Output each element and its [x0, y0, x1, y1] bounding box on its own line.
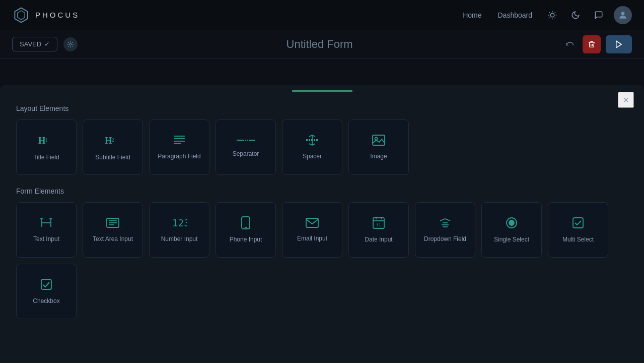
- sun-icon[interactable]: [544, 7, 560, 23]
- topnav: PHOCUS Home Dashboard: [0, 0, 644, 30]
- saved-label: SAVED: [20, 40, 41, 48]
- svg-marker-13: [616, 41, 622, 48]
- svg-text:31: 31: [376, 223, 381, 227]
- checkbox-label: Checkbox: [33, 297, 59, 306]
- drag-handle-bar: [16, 85, 628, 92]
- element-card-date-input[interactable]: 31 Date Input: [348, 202, 409, 258]
- main-panel: × Layout Elements H 1 Title Field H 2 Su…: [0, 85, 644, 363]
- svg-rect-42: [306, 218, 318, 227]
- svg-line-6: [555, 17, 555, 18]
- svg-line-9: [549, 17, 550, 18]
- element-card-number-input[interactable]: 123 Number Input: [149, 202, 209, 258]
- nav-home[interactable]: Home: [463, 11, 481, 19]
- element-card-text-area-input[interactable]: Text Area Input: [83, 202, 143, 258]
- drag-handle: [292, 90, 352, 92]
- image-icon: [372, 134, 386, 146]
- separator-label: Separator: [233, 150, 259, 158]
- phone-input-icon: [241, 216, 251, 229]
- single-select-label: Single Select: [494, 235, 529, 244]
- phone-input-label: Phone Input: [230, 235, 262, 244]
- svg-point-12: [69, 43, 71, 45]
- title-field-label: Title Field: [33, 153, 59, 162]
- svg-point-29: [375, 137, 378, 140]
- element-card-multi-select[interactable]: Multi Select: [548, 202, 608, 258]
- image-label: Image: [370, 152, 387, 161]
- preview-button[interactable]: [606, 35, 632, 53]
- svg-point-52: [509, 220, 514, 225]
- layout-elements-grid: H 1 Title Field H 2 Subtitle Field: [16, 119, 628, 175]
- element-card-single-select[interactable]: Single Select: [481, 202, 542, 258]
- element-card-spacer[interactable]: Spacer: [282, 119, 342, 175]
- nav-icons: [544, 6, 632, 24]
- form-title: Untitled Form: [84, 38, 555, 51]
- moon-icon[interactable]: [567, 7, 584, 23]
- element-card-image[interactable]: Image: [348, 119, 409, 175]
- form-section-title: Form Elements: [16, 187, 628, 195]
- toolbar-circle: [63, 37, 78, 51]
- delete-button[interactable]: [583, 35, 601, 53]
- title-field-icon: H 1: [38, 133, 54, 147]
- paragraph-field-icon: [173, 134, 186, 146]
- spacer-icon: [305, 134, 319, 146]
- svg-text:1: 1: [45, 137, 47, 142]
- layout-section-title: Layout Elements: [16, 104, 628, 112]
- svg-marker-0: [15, 8, 27, 22]
- logo-text: PHOCUS: [35, 11, 80, 19]
- chevron-down-icon: ✓: [44, 40, 50, 48]
- text-input-icon: [39, 217, 53, 229]
- email-input-label: Email Input: [297, 234, 327, 243]
- multi-select-icon: [571, 216, 585, 229]
- subtitle-field-label: Subtitle Field: [95, 153, 130, 162]
- text-input-label: Text Input: [33, 235, 59, 244]
- number-input-label: Number Input: [161, 235, 198, 244]
- subtitle-field-icon: H 2: [105, 133, 121, 147]
- checkbox-icon: [40, 278, 53, 291]
- toolbar: SAVED ✓ Untitled Form: [0, 30, 644, 58]
- element-card-paragraph-field[interactable]: Paragraph Field: [149, 119, 209, 175]
- separator-icon: [237, 137, 255, 144]
- single-select-icon: [505, 216, 518, 229]
- chat-icon[interactable]: [591, 7, 607, 23]
- form-elements-grid: Text Input Text Area Input 123 Number: [16, 202, 628, 319]
- element-card-phone-input[interactable]: Phone Input: [216, 202, 276, 258]
- date-input-label: Date Input: [365, 235, 392, 244]
- number-input-icon: 123: [171, 217, 187, 229]
- text-area-input-icon: [106, 217, 120, 229]
- nav-dashboard[interactable]: Dashboard: [498, 11, 533, 19]
- svg-text:123: 123: [172, 217, 187, 229]
- logo-icon: [12, 6, 30, 24]
- date-input-icon: 31: [372, 216, 385, 229]
- nav-links: Home Dashboard: [463, 11, 532, 19]
- element-card-dropdown-field[interactable]: Dropdown Field: [415, 202, 475, 258]
- svg-rect-54: [41, 279, 51, 289]
- element-card-subtitle-field[interactable]: H 2 Subtitle Field: [83, 119, 143, 175]
- svg-rect-53: [573, 218, 583, 228]
- toolbar-right: [561, 35, 632, 53]
- close-button[interactable]: ×: [618, 92, 634, 108]
- element-card-email-input[interactable]: Email Input: [282, 202, 342, 258]
- paragraph-field-label: Paragraph Field: [158, 152, 200, 161]
- svg-point-11: [621, 12, 625, 15]
- element-card-title-field[interactable]: H 1 Title Field: [16, 119, 77, 175]
- dropdown-field-icon: [438, 217, 453, 229]
- avatar[interactable]: [614, 6, 632, 24]
- element-card-text-input[interactable]: Text Input: [16, 202, 77, 258]
- email-input-icon: [305, 217, 319, 228]
- undo-button[interactable]: [561, 36, 578, 52]
- element-card-checkbox[interactable]: Checkbox: [16, 264, 77, 319]
- saved-button[interactable]: SAVED ✓: [12, 37, 57, 51]
- text-area-input-label: Text Area Input: [93, 235, 133, 244]
- logo-area: PHOCUS: [12, 6, 463, 24]
- svg-text:2: 2: [111, 137, 114, 142]
- svg-point-2: [550, 13, 554, 17]
- svg-line-10: [555, 12, 555, 13]
- svg-marker-1: [18, 11, 25, 20]
- element-card-separator[interactable]: Separator: [216, 119, 276, 175]
- close-icon: ×: [623, 94, 629, 106]
- multi-select-label: Multi Select: [562, 235, 594, 244]
- svg-line-5: [549, 12, 550, 13]
- dropdown-field-label: Dropdown Field: [424, 235, 466, 244]
- spacer-label: Spacer: [303, 152, 322, 161]
